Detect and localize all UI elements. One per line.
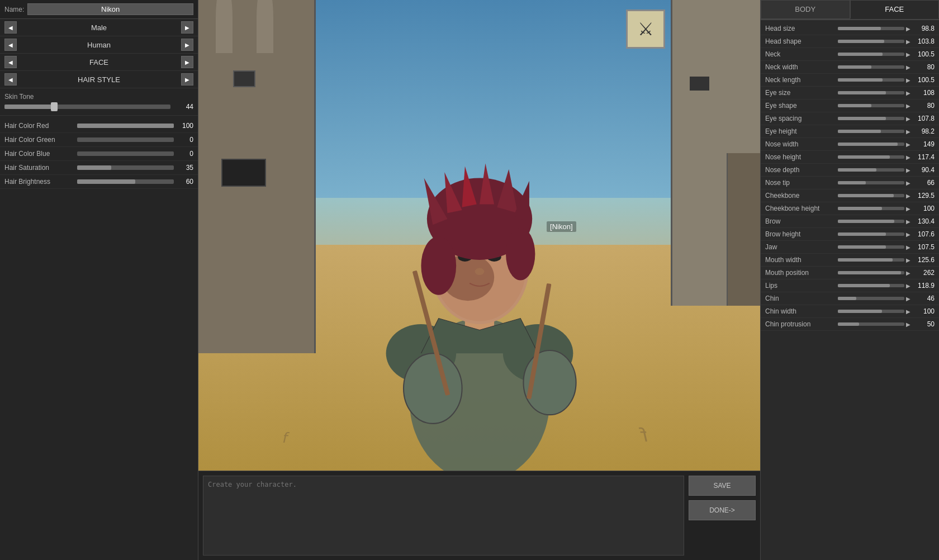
face-slider-track-2[interactable] <box>838 53 904 56</box>
face-slider-row: Chin protrusion ▶ 50 <box>761 318 939 331</box>
tab-body[interactable]: BODY <box>761 0 850 19</box>
save-button[interactable]: SAVE <box>689 476 756 496</box>
face-slider-row: Lips ▶ 118.9 <box>761 279 939 292</box>
face-slider-row: Cheekbone height ▶ 100 <box>761 202 939 215</box>
face-slider-fill-5 <box>838 91 886 94</box>
face-slider-value-6: 80 <box>912 102 935 110</box>
window-1 <box>233 70 255 87</box>
face-slider-track-11[interactable] <box>838 168 904 172</box>
face-slider-track-17[interactable] <box>838 245 904 249</box>
gender-next-btn[interactable]: ▶ <box>181 21 193 34</box>
character-viewport[interactable]: ⚔ <box>198 0 760 471</box>
face-slider-fill-9 <box>838 143 898 146</box>
face-slider-track-10[interactable] <box>838 155 904 159</box>
face-slider-row: Chin ▶ 46 <box>761 292 939 305</box>
option-row-gender: ◀ Male ▶ <box>0 19 198 36</box>
hair-brightness-row: Hair Brightness 60 <box>0 175 198 189</box>
face-slider-row: Nose tip ▶ 66 <box>761 177 939 189</box>
hair-color-red-label: Hair Color Red <box>4 122 77 130</box>
face-slider-track-22[interactable] <box>838 310 904 313</box>
hair-color-green-slider[interactable] <box>77 137 174 142</box>
face-slider-fill-13 <box>838 194 894 197</box>
face-slider-value-11: 90.4 <box>912 166 935 174</box>
face-slider-label-14: Cheekbone height <box>765 205 838 212</box>
hairstyle-prev-btn[interactable]: ◀ <box>4 73 17 86</box>
face-slider-track-23[interactable] <box>838 322 904 326</box>
face-slider-value-0: 98.8 <box>912 25 935 32</box>
face-slider-track-15[interactable] <box>838 220 904 223</box>
svg-point-9 <box>475 268 484 276</box>
hair-saturation-fill <box>77 165 111 170</box>
face-slider-track-3[interactable] <box>838 65 904 69</box>
face-slider-label-20: Lips <box>765 282 838 290</box>
race-label: Human <box>17 41 181 49</box>
face-slider-track-19[interactable] <box>838 271 904 274</box>
face-slider-track-18[interactable] <box>838 258 904 262</box>
face-slider-fill-4 <box>838 78 883 82</box>
hair-brightness-slider[interactable] <box>77 179 174 184</box>
hair-color-blue-label: Hair Color Blue <box>4 150 77 158</box>
face-slider-track-20[interactable] <box>838 284 904 287</box>
face-slider-row: Nose width ▶ 149 <box>761 138 939 151</box>
face-slider-track-7[interactable] <box>838 117 904 120</box>
name-input[interactable] <box>27 3 193 15</box>
face-next-btn[interactable]: ▶ <box>181 56 193 68</box>
face-slider-value-18: 125.6 <box>912 256 935 264</box>
face-slider-track-1[interactable] <box>838 40 904 43</box>
column-1 <box>216 0 233 53</box>
done-button[interactable]: DONE-> <box>689 500 756 520</box>
face-slider-track-4[interactable] <box>838 78 904 82</box>
face-slider-label-5: Eye size <box>765 89 838 97</box>
hairstyle-next-btn[interactable]: ▶ <box>181 73 193 86</box>
face-slider-row: Jaw ▶ 107.5 <box>761 241 939 254</box>
face-slider-track-9[interactable] <box>838 143 904 146</box>
face-slider-track-0[interactable] <box>838 27 904 30</box>
vegetation-2: 𝘧 <box>641 421 648 447</box>
race-prev-btn[interactable]: ◀ <box>4 39 17 51</box>
hair-color-blue-slider[interactable] <box>77 151 174 156</box>
face-slider-track-12[interactable] <box>838 181 904 184</box>
face-slider-label-10: Nose height <box>765 153 838 161</box>
race-next-btn[interactable]: ▶ <box>181 39 193 51</box>
hair-saturation-slider[interactable] <box>77 165 174 170</box>
face-slider-arrow-6: ▶ <box>906 103 910 109</box>
face-slider-value-9: 149 <box>912 140 935 148</box>
face-slider-row: Mouth position ▶ 262 <box>761 267 939 279</box>
tab-face[interactable]: FACE <box>850 0 940 19</box>
face-slider-arrow-14: ▶ <box>906 206 910 212</box>
face-slider-label-17: Jaw <box>765 243 838 251</box>
hair-color-red-slider[interactable] <box>77 124 174 128</box>
gender-prev-btn[interactable]: ◀ <box>4 21 17 34</box>
face-slider-track-16[interactable] <box>838 232 904 236</box>
face-slider-label-23: Chin protrusion <box>765 320 838 328</box>
option-row-hairstyle: ◀ HAIR STYLE ▶ <box>0 71 198 88</box>
face-slider-track-5[interactable] <box>838 91 904 94</box>
face-slider-label-7: Eye spacing <box>765 115 838 122</box>
left-panel: Name: ◀ Male ▶ ◀ Human ▶ ◀ FACE ▶ ◀ HAIR… <box>0 0 198 560</box>
face-slider-fill-0 <box>838 27 881 30</box>
face-slider-arrow-13: ▶ <box>906 193 910 199</box>
skin-tone-thumb[interactable] <box>51 102 58 111</box>
skin-tone-slider[interactable] <box>4 105 170 109</box>
hair-saturation-value: 35 <box>174 164 193 172</box>
description-textarea[interactable] <box>203 476 684 556</box>
face-slider-arrow-4: ▶ <box>906 77 910 83</box>
face-slider-label-16: Brow height <box>765 230 838 238</box>
face-slider-fill-21 <box>838 297 856 300</box>
face-slider-track-13[interactable] <box>838 194 904 197</box>
face-slider-track-14[interactable] <box>838 207 904 210</box>
face-slider-arrow-22: ▶ <box>906 309 910 315</box>
hair-color-green-value: 0 <box>174 136 193 144</box>
face-slider-value-13: 129.5 <box>912 192 935 200</box>
face-slider-track-8[interactable] <box>838 130 904 133</box>
face-slider-label-18: Mouth width <box>765 256 838 264</box>
face-slider-value-15: 130.4 <box>912 217 935 225</box>
face-prev-btn[interactable]: ◀ <box>4 56 17 68</box>
face-slider-row: Eye size ▶ 108 <box>761 87 939 99</box>
face-slider-track-6[interactable] <box>838 104 904 107</box>
center-panel: ⚔ <box>198 0 760 560</box>
face-slider-row: Head shape ▶ 103.8 <box>761 35 939 48</box>
right-panel: BODY FACE Head size ▶ 98.8 Head shape ▶ … <box>760 0 939 560</box>
face-slider-arrow-15: ▶ <box>906 219 910 225</box>
face-slider-track-21[interactable] <box>838 297 904 300</box>
